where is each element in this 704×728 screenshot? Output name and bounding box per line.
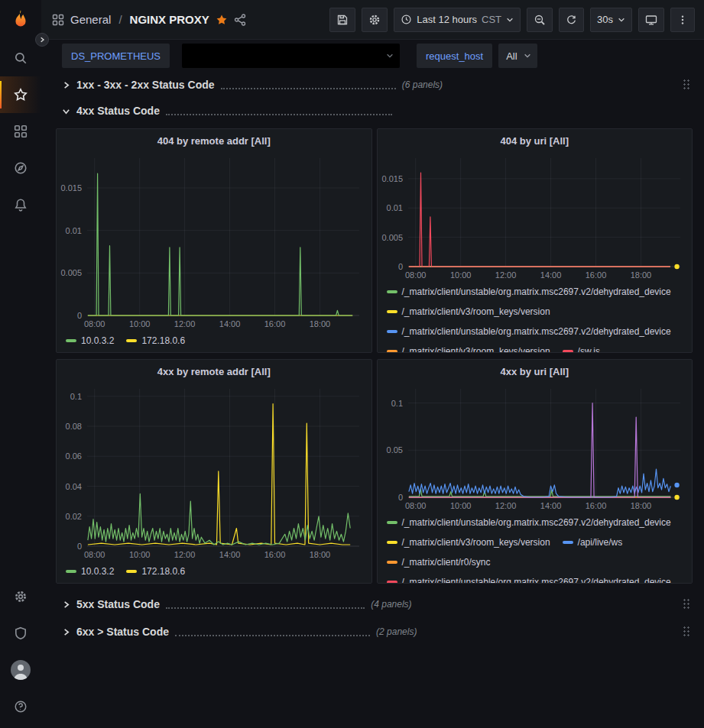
panel-title[interactable]: 4xx by uri [All] [378,360,693,383]
dashboard-settings-button[interactable] [362,8,388,32]
refresh-interval-select[interactable]: 30s [590,8,632,32]
compass-icon [14,161,28,175]
legend-item[interactable]: /_matrix/client/unstable/org.matrix.msc2… [387,575,671,584]
svg-text:0.005: 0.005 [60,268,82,277]
panel-legend: /_matrix/client/unstable/org.matrix.msc2… [378,282,693,353]
svg-text:0.08: 0.08 [66,422,82,431]
clock-icon [401,14,412,25]
legend-label: 172.18.0.6 [141,565,185,578]
svg-text:0.005: 0.005 [381,233,403,242]
sidebar-item-search[interactable] [0,40,41,76]
legend-item[interactable]: /_matrix/client/unstable/org.matrix.msc2… [387,325,671,338]
row-title: 5xx Status Code [76,598,160,610]
svg-text:0: 0 [397,493,402,502]
legend-item[interactable]: /_matrix/client/unstable/org.matrix.msc2… [387,285,671,299]
sidebar-item-settings[interactable] [0,578,41,615]
tv-mode-button[interactable] [638,8,664,32]
row-dots [166,114,392,115]
svg-text:14:00: 14:00 [540,501,561,510]
share-icon[interactable] [234,14,246,26]
legend-item[interactable]: 10.0.3.2 [66,565,114,578]
kebab-menu-button[interactable] [670,8,695,32]
svg-text:18:00: 18:00 [310,550,331,559]
panel-title[interactable]: 404 by uri [All] [378,129,693,152]
legend-swatch [563,541,573,544]
legend-item[interactable]: /_matrix/client/unstable/org.matrix.msc2… [387,516,671,529]
row-header-4xx[interactable]: 4xx Status Code [56,101,693,121]
panel-title[interactable]: 404 by remote addr [All] [57,129,371,152]
legend-swatch [387,290,397,293]
panel-title[interactable]: 4xx by remote addr [All] [57,360,371,383]
kebab-menu-icon [677,15,688,25]
time-range-picker[interactable]: Last 12 hours CST [394,8,521,32]
svg-text:12:00: 12:00 [174,550,196,559]
row-drag-handle[interactable] [683,626,691,638]
sidebar-item-alerting[interactable] [0,186,41,223]
sidebar-item-help[interactable] [0,688,41,725]
row-drag-handle[interactable] [683,79,691,91]
user-avatar [11,660,31,680]
sidebar-item-profile[interactable] [0,652,41,688]
breadcrumb-separator: / [118,13,122,26]
legend-item[interactable]: 10.0.3.2 [66,334,114,348]
sidebar-item-security[interactable] [0,615,41,652]
row-title: 4xx Status Code [76,105,160,117]
legend-item[interactable]: 172.18.0.6 [126,334,185,348]
row-header-6xx[interactable]: 6xx > Status Code (2 panels) [56,622,693,642]
zoom-out-button[interactable] [527,8,553,32]
gear-icon [14,590,28,603]
row-header-5xx[interactable]: 5xx Status Code (4 panels) [56,594,693,614]
favorite-star-icon[interactable] [216,14,228,26]
row-drag-handle[interactable] [683,598,691,610]
svg-text:0.06: 0.06 [66,451,82,461]
svg-text:18:00: 18:00 [630,270,651,280]
datasource-variable-select[interactable] [182,44,400,68]
svg-text:18:00: 18:00 [310,319,331,328]
breadcrumb-dashboard-title[interactable]: NGINX PROXY [130,13,209,26]
time-series-chart[interactable]: 08:0010:0012:0014:0016:0018:0000.0050.01… [57,152,371,331]
sidebar-expand-button[interactable] [35,33,49,47]
legend-item[interactable]: 172.18.0.6 [126,565,185,578]
dashboard-content: 1xx - 3xx - 2xx Status Code (6 panels) 4… [41,71,704,642]
svg-text:0: 0 [77,311,82,320]
legend-item[interactable]: /_matrix/client/v3/room_keys/version [387,535,550,549]
legend-item[interactable]: /_matrix/client/r0/sync [387,555,491,569]
panel-404-by-uri: 404 by uri [All] 08:0010:0012:0014:0016:… [377,128,693,353]
svg-text:16:00: 16:00 [264,319,286,328]
svg-text:10:00: 10:00 [129,550,151,559]
legend-item[interactable]: /_matrix/client/v3/room_keys/version [387,345,550,353]
request-host-variable-select[interactable]: All [498,44,537,68]
legend-swatch [387,521,397,524]
legend-item[interactable]: /api/live/ws [563,535,623,549]
toolbar-right: Last 12 hours CST 30s [329,8,695,32]
legend-label: 10.0.3.2 [81,334,114,348]
sidebar-nav [0,40,41,223]
sidebar-item-dashboards[interactable] [0,113,41,150]
breadcrumb-section[interactable]: General [70,13,111,26]
sidebar-item-explore[interactable] [0,150,41,186]
svg-text:08:00: 08:00 [84,319,105,328]
svg-text:18:00: 18:00 [630,501,651,510]
legend-item[interactable]: /sw.js [563,345,600,353]
row-chevron-right-icon [62,81,70,89]
legend-label: /_matrix/client/unstable/org.matrix.msc2… [402,325,671,338]
panel-legend: 10.0.3.2172.18.0.6 [57,331,371,348]
svg-text:12:00: 12:00 [495,501,516,510]
svg-text:12:00: 12:00 [495,270,516,280]
refresh-button[interactable] [559,8,584,32]
time-series-chart[interactable]: 08:0010:0012:0014:0016:0018:0000.0050.01… [378,152,693,282]
variables-bar: DS_PROMETHEUS request_host All [41,40,704,71]
time-series-chart[interactable]: 08:0010:0012:0014:0016:0018:0000.050.1 [378,383,693,513]
grafana-logo[interactable] [0,0,41,40]
row-header-1xx-3xx-2xx[interactable]: 1xx - 3xx - 2xx Status Code (6 panels) [56,75,693,95]
tv-monitor-icon [645,14,657,26]
legend-item[interactable]: /_matrix/client/v3/room_keys/version [387,305,550,319]
svg-text:14:00: 14:00 [219,319,241,328]
time-series-chart[interactable]: 08:0010:0012:0014:0016:0018:0000.020.040… [57,383,371,561]
refresh-icon [566,14,577,25]
sidebar-item-starred[interactable] [0,76,41,113]
apps-grid-icon[interactable] [52,14,64,26]
save-dashboard-button[interactable] [329,8,355,32]
svg-text:12:00: 12:00 [174,319,196,328]
row-panel-count: (6 panels) [402,79,443,90]
